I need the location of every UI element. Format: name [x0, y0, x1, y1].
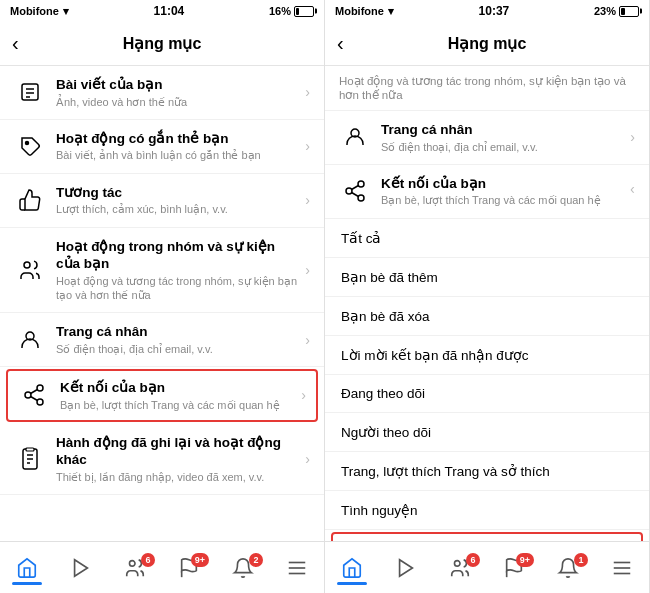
- page-title-left: Hạng mục: [123, 34, 202, 53]
- sub-ban-be-xoa[interactable]: Bạn bè đã xóa: [325, 297, 649, 336]
- nav-flag-right[interactable]: 9+: [492, 557, 536, 579]
- ca-nhan-sub-r: Số điện thoại, địa chỉ email, v.v.: [381, 140, 624, 154]
- svg-point-9: [37, 399, 43, 405]
- battery-icon-right: [619, 6, 639, 17]
- svg-point-22: [346, 188, 352, 194]
- nav-home-left[interactable]: [5, 557, 49, 579]
- menu-item-ket-noi[interactable]: Kết nối của bạn Bạn bè, lượt thích Trang…: [6, 369, 318, 422]
- menu-item-the[interactable]: Hoạt động có gắn thẻ bạn Bài viết, ảnh v…: [0, 120, 324, 174]
- sub-tinh-nguyen[interactable]: Tình nguyện: [325, 491, 649, 530]
- the-icon: [14, 130, 46, 162]
- nav-bell-left[interactable]: 2: [221, 557, 265, 579]
- menu-item-hanh-dong[interactable]: Hành động đã ghi lại và hoạt động khác T…: [0, 424, 324, 495]
- ket-noi-icon-r: [339, 175, 371, 207]
- sub-loi-moi-nhan[interactable]: Lời mời kết bạn đã nhận được: [325, 336, 649, 375]
- menu-item-ca-nhan[interactable]: Trang cá nhân Số điện thoại, địa chỉ ema…: [0, 313, 324, 367]
- tuong-tac-title: Tương tác: [56, 184, 299, 202]
- nav-people-left[interactable]: 6: [113, 557, 157, 579]
- sub-nguoi-theo-doi[interactable]: Người theo dõi: [325, 413, 649, 452]
- sub-nguoi-theo-doi-label: Người theo dõi: [341, 424, 635, 440]
- chevron-nhom: ›: [305, 262, 310, 278]
- svg-point-8: [25, 392, 31, 398]
- nav-menu-right[interactable]: [600, 557, 644, 579]
- time-right: 10:37: [479, 4, 510, 18]
- back-button-right[interactable]: ‹: [337, 32, 344, 55]
- svg-line-25: [352, 186, 359, 190]
- battery-left: 16%: [269, 5, 291, 17]
- ket-noi-sub: Bạn bè, lượt thích Trang và các mối quan…: [60, 398, 295, 412]
- chevron-hanh-dong: ›: [305, 451, 310, 467]
- ca-nhan-title-r: Trang cá nhân: [381, 121, 624, 139]
- badge-people-right: 6: [466, 553, 480, 567]
- badge-people-left: 6: [141, 553, 155, 567]
- badge-bell-right: 1: [574, 553, 588, 567]
- bai-viet-text: Bài viết của bạn Ảnh, video và hơn thế n…: [56, 76, 299, 109]
- right-panel: Mobifone ▾ 10:37 23% ‹ Hạng mục Hoạt độn…: [325, 0, 650, 593]
- svg-marker-14: [75, 559, 88, 576]
- sub-trang-so-thich-label: Trang, lượt thích Trang và sở thích: [341, 463, 635, 479]
- status-left-right: Mobifone ▾: [335, 5, 394, 18]
- content-left: Bài viết của bạn Ảnh, video và hơn thế n…: [0, 66, 324, 541]
- tuong-tac-sub: Lượt thích, cảm xúc, bình luận, v.v.: [56, 202, 299, 216]
- tuong-tac-icon: [14, 184, 46, 216]
- nav-flag-left[interactable]: 9+: [167, 557, 211, 579]
- sub-loi-moi-nhan-label: Lời mời kết bạn đã nhận được: [341, 347, 635, 363]
- svg-line-10: [31, 397, 38, 401]
- time-left: 11:04: [154, 4, 185, 18]
- nhom-title: Hoạt động trong nhóm và sự kiện của bạn: [56, 238, 299, 273]
- ket-noi-text-r: Kết nối của bạn Bạn bè, lượt thích Trang…: [381, 175, 624, 208]
- menu-item-tuong-tac[interactable]: Tương tác Lượt thích, cảm xúc, bình luận…: [0, 174, 324, 228]
- back-button-left[interactable]: ‹: [12, 32, 19, 55]
- status-right-right: 23%: [594, 5, 639, 17]
- sub-ban-be-them[interactable]: Bạn bè đã thêm: [325, 258, 649, 297]
- ca-nhan-text: Trang cá nhân Số điện thoại, địa chỉ ema…: [56, 323, 299, 356]
- nhom-icon: [14, 254, 46, 286]
- battery-fill-right: [621, 8, 625, 15]
- menu-item-ca-nhan-r[interactable]: Trang cá nhân Số điện thoại, địa chỉ ema…: [325, 111, 649, 165]
- nav-video-right[interactable]: [384, 557, 428, 579]
- status-left: Mobifone ▾: [10, 5, 69, 18]
- sub-trang-so-thich[interactable]: Trang, lượt thích Trang và sở thích: [325, 452, 649, 491]
- page-title-right: Hạng mục: [448, 34, 527, 53]
- bottom-nav-right: 6 9+ 1: [325, 541, 649, 593]
- bai-viet-sub: Ảnh, video và hơn thế nữa: [56, 95, 299, 109]
- ca-nhan-text-r: Trang cá nhân Số điện thoại, địa chỉ ema…: [381, 121, 624, 154]
- nav-menu-left[interactable]: [275, 557, 319, 579]
- hanh-dong-text: Hành động đã ghi lại và hoạt động khác T…: [56, 434, 299, 484]
- intro-text: Hoạt động và tương tác trong nhóm, sự ki…: [325, 66, 649, 111]
- ca-nhan-icon: [14, 324, 46, 356]
- sub-tat-ca-label: Tất cả: [341, 230, 635, 246]
- svg-rect-13: [26, 448, 34, 451]
- svg-line-11: [31, 390, 38, 394]
- content-right: Hoạt động và tương tác trong nhóm, sự ki…: [325, 66, 649, 541]
- chevron-ca-nhan: ›: [305, 332, 310, 348]
- battery-fill-left: [296, 8, 299, 15]
- svg-point-23: [358, 195, 364, 201]
- sub-ban-be-xoa-label: Bạn bè đã xóa: [341, 308, 635, 324]
- sub-tat-ca[interactable]: Tất cả: [325, 219, 649, 258]
- ket-noi-title: Kết nối của bạn: [60, 379, 295, 397]
- badge-flag-right: 9+: [516, 553, 534, 567]
- sub-ban-be-them-label: Bạn bè đã thêm: [341, 269, 635, 285]
- svg-point-5: [24, 262, 30, 268]
- tuong-tac-text: Tương tác Lượt thích, cảm xúc, bình luận…: [56, 184, 299, 217]
- chevron-ket-noi-r: ›: [630, 183, 635, 199]
- nav-bell-right[interactable]: 1: [546, 557, 590, 579]
- nav-video-left[interactable]: [59, 557, 103, 579]
- menu-item-ket-noi-r[interactable]: Kết nối của bạn Bạn bè, lượt thích Trang…: [325, 165, 649, 219]
- chevron-ca-nhan-r: ›: [630, 129, 635, 145]
- battery-right: 23%: [594, 5, 616, 17]
- hanh-dong-icon: [14, 443, 46, 475]
- carrier-right: Mobifone: [335, 5, 384, 17]
- sub-dang-theo-doi[interactable]: Đang theo dõi: [325, 375, 649, 413]
- nhom-sub: Hoạt động và tương tác trong nhóm, sự ki…: [56, 274, 299, 303]
- ket-noi-icon: [18, 379, 50, 411]
- svg-line-24: [352, 193, 359, 197]
- menu-item-bai-viet[interactable]: Bài viết của bạn Ảnh, video và hơn thế n…: [0, 66, 324, 120]
- chevron-tuong-tac: ›: [305, 192, 310, 208]
- nav-people-right[interactable]: 6: [438, 557, 482, 579]
- sub-items-container: Tất cả Bạn bè đã thêm Bạn bè đã xóa Lời …: [325, 219, 649, 541]
- sub-loi-moi-gui[interactable]: Lời mời kết bạn đã gửi: [331, 532, 643, 541]
- menu-item-nhom[interactable]: Hoạt động trong nhóm và sự kiện của bạn …: [0, 228, 324, 314]
- nav-home-right[interactable]: [330, 557, 374, 579]
